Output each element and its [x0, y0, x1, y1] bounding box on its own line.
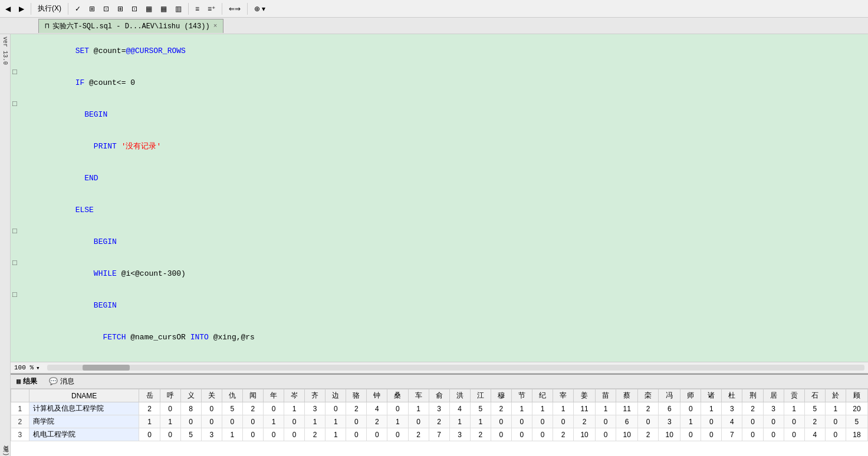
- cell: 1: [160, 415, 180, 428]
- line-content: WHILE @i<@count-300): [19, 258, 868, 290]
- cell: 0: [532, 428, 553, 441]
- col-header-zhu: 诸: [701, 389, 722, 402]
- cell: 2: [305, 428, 326, 441]
- h-scrollbar-thumb[interactable]: [83, 365, 130, 371]
- toolbar-grid3-btn[interactable]: ⊞: [114, 3, 126, 15]
- cell: 4: [722, 415, 742, 428]
- fold-icon[interactable]: [11, 35, 19, 46]
- code-line: --动态生成前 300 个姓氏 SQL 语句: [11, 353, 868, 362]
- h-scrollbar[interactable]: [47, 365, 864, 371]
- cell: 5: [222, 402, 242, 415]
- toolbar-forward-btn[interactable]: ▶: [16, 3, 27, 15]
- cell: 1: [449, 415, 470, 428]
- cell: 0: [242, 428, 263, 441]
- col-header-shi2: 石: [804, 389, 825, 402]
- col-header-hu: 呼: [160, 389, 180, 402]
- table-header-row: DNAME 岳 呼 义 关 仇 闻 年 岑 齐 边 骆 钟: [11, 389, 868, 402]
- results-tab-label: 结果: [23, 376, 37, 386]
- toolbar-grid1-btn[interactable]: ⊞: [86, 3, 98, 15]
- fold-icon[interactable]: [11, 163, 19, 173]
- code-line: PRINT '没有记录': [11, 131, 868, 163]
- cell: 0: [201, 402, 222, 415]
- toolbar-align-btn[interactable]: ≡: [192, 3, 202, 15]
- cell: 10: [659, 428, 680, 441]
- fold-icon[interactable]: [11, 194, 19, 205]
- cell: 2: [491, 402, 511, 415]
- editor-area[interactable]: SET @count=@@CURSOR_ROWS □ IF @count<= 0…: [11, 34, 868, 362]
- toolbar-table2-btn[interactable]: ▦: [157, 3, 170, 15]
- code-line: □ IF @count<= 0: [11, 67, 868, 99]
- cell: 0: [763, 415, 784, 428]
- toolbar-check-btn[interactable]: ✓: [72, 3, 84, 15]
- cell: 1: [701, 402, 722, 415]
- cell: 0: [784, 415, 804, 428]
- cell: 2: [638, 428, 659, 441]
- fold-icon[interactable]: □: [11, 99, 19, 110]
- execute-btn[interactable]: 执行(X): [35, 2, 64, 15]
- fold-icon[interactable]: [11, 322, 19, 332]
- col-header-yue: 岳: [139, 389, 160, 402]
- col-header-yu2: 於: [825, 389, 846, 402]
- zoom-controls[interactable]: 100 % ▾: [11, 364, 44, 372]
- sql-tab[interactable]: ⊓ 实验六T-SQL.sql - D...AEV\lishu (143)) ×: [38, 19, 223, 33]
- fold-icon[interactable]: [11, 131, 19, 141]
- col-header-feng: 冯: [659, 389, 680, 402]
- toolbar-arrow-btn[interactable]: ⇐⇒: [226, 3, 244, 15]
- col-header-guan: 关: [201, 389, 222, 402]
- fold-icon[interactable]: □: [11, 290, 19, 300]
- col-header-du: 杜: [722, 389, 742, 402]
- fold-icon[interactable]: □: [11, 226, 19, 237]
- results-table-container[interactable]: DNAME 岳 呼 义 关 仇 闻 年 岑 齐 边 骆 钟: [11, 389, 868, 456]
- cell: 4: [449, 402, 470, 415]
- cell: 8: [180, 402, 201, 415]
- cell: 0: [284, 428, 305, 441]
- cell: 1: [553, 402, 574, 415]
- line-content: IF @count<= 0: [19, 67, 868, 99]
- cell: 1: [222, 428, 242, 441]
- cell: 0: [511, 428, 532, 441]
- cell: 0: [201, 415, 222, 428]
- results-tab-results[interactable]: ▦ 结果: [13, 376, 41, 387]
- toolbar-col-btn[interactable]: ▥: [172, 3, 185, 15]
- cell: 2: [553, 428, 574, 441]
- line-content: END: [19, 163, 868, 194]
- line-content: PRINT '没有记录': [19, 131, 868, 163]
- toolbar-back-btn[interactable]: ◀: [2, 3, 14, 15]
- cell: 7: [722, 428, 742, 441]
- cell: 0: [742, 428, 763, 441]
- cell: 0: [491, 415, 511, 428]
- cell: 2: [429, 415, 449, 428]
- cell: 0: [825, 415, 846, 428]
- col-header-yu: 俞: [429, 389, 449, 402]
- table-row: 2 商学院 1 1 0 0 0 0 1 0 1 1 0: [11, 415, 868, 428]
- line-content: SET @count=@@CURSOR_ROWS: [19, 35, 868, 67]
- toolbar-grid2-btn[interactable]: ⊡: [100, 3, 112, 15]
- results-tab-messages[interactable]: 💬 消息: [45, 376, 78, 387]
- toolbar-table-btn[interactable]: ▦: [143, 3, 155, 15]
- cell: 0: [326, 402, 346, 415]
- cell: 6: [659, 402, 680, 415]
- fold-icon[interactable]: □: [11, 258, 19, 269]
- cell: 1: [387, 415, 408, 428]
- cell: 1: [680, 415, 701, 428]
- cell: 0: [367, 428, 387, 441]
- cell: 0: [532, 415, 553, 428]
- toolbar-align2-btn[interactable]: ≡⁺: [205, 3, 218, 15]
- zoom-dropdown-btn[interactable]: ▾: [36, 364, 40, 372]
- tab-pin-icon: ⊓: [45, 22, 49, 31]
- cell: 1: [305, 415, 326, 428]
- cell: 5: [846, 415, 867, 428]
- toolbar-grid4-btn[interactable]: ⊡: [129, 3, 140, 15]
- cell: 0: [387, 428, 408, 441]
- toolbar-refresh-btn[interactable]: ⊕ ▾: [251, 3, 268, 15]
- code-line: FETCH @name_cursOR INTO @xing,@rs: [11, 322, 868, 353]
- fold-icon[interactable]: [11, 353, 19, 362]
- cell: 0: [825, 428, 846, 441]
- cell: 1: [284, 402, 305, 415]
- tab-close-btn[interactable]: ×: [213, 22, 218, 29]
- fold-icon[interactable]: □: [11, 67, 19, 78]
- tab-bar: ⊓ 实验六T-SQL.sql - D...AEV\lishu (143)) ×: [0, 18, 868, 34]
- col-header-chou: 仇: [222, 389, 242, 402]
- cell: 2: [367, 415, 387, 428]
- main-layout: ver 13.0 里 XP) SET @count=@@CURSOR_ROWS …: [0, 34, 868, 456]
